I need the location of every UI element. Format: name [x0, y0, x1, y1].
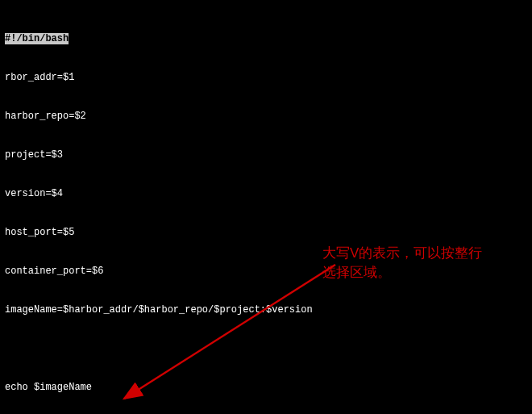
code-line: host_port=$5 — [5, 226, 527, 239]
code-line: harbor_repo=$2 — [5, 110, 527, 123]
code-line: imageName=$harbor_addr/$harbor_repo/$pro… — [5, 303, 527, 316]
code-line-shebang: #!/bin/bash — [5, 32, 527, 45]
code-line: rbor_addr=$1 — [5, 71, 527, 84]
selected-text: #!/bin/bash — [5, 33, 69, 44]
annotation-line2: 选择区域。 — [322, 263, 516, 282]
annotation-line1: 大写V的表示，可以按整行 — [322, 244, 516, 263]
code-line: project=$3 — [5, 148, 527, 161]
annotation-text: 大写V的表示，可以按整行 选择区域。 — [322, 244, 516, 282]
blank-line — [5, 342, 527, 355]
code-line: version=$4 — [5, 187, 527, 200]
terminal-view[interactable]: #!/bin/bash rbor_addr=$1 harbor_repo=$2 … — [0, 0, 532, 414]
code-line: echo $imageName — [5, 381, 527, 394]
